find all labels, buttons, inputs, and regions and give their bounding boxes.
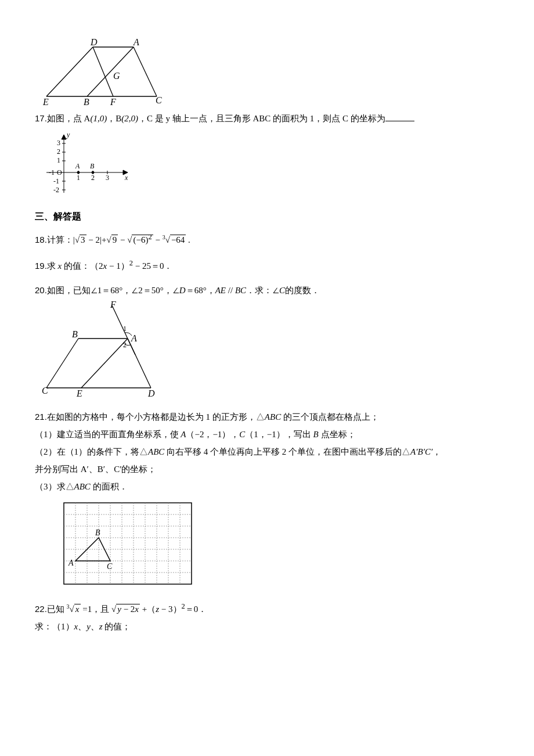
q22-text-a: 已知 xyxy=(47,604,67,614)
q22-num: 22. xyxy=(35,604,47,614)
svg-text:D: D xyxy=(90,38,98,47)
diagram-axes: y x O 1 2 3 1 2 3 -1 -1 -2 A B xyxy=(41,129,134,199)
svg-text:2: 2 xyxy=(57,147,60,156)
q21-sub1: （1）建立适当的平面直角坐标系，使 A（−2，−1），C（1，−1），写出 B … xyxy=(35,427,499,441)
q18-m3: − xyxy=(153,235,163,244)
svg-text:E: E xyxy=(42,97,49,107)
svg-text:G: G xyxy=(113,71,120,81)
svg-text:B: B xyxy=(72,329,78,339)
q22-text-b: =1，且 xyxy=(81,604,111,614)
q17-coord-a: (1,0) xyxy=(90,114,107,123)
svg-text:F: F xyxy=(110,301,116,309)
question-21: 21.在如图的方格中，每个小方格都是边长为 1 的正方形，△ABC 的三个顶点都… xyxy=(35,410,499,590)
q22-text-c: +（z − 3）2＝0． xyxy=(140,604,207,614)
q21-sub2-cont: 并分别写出 A′、B′、C′的坐标； xyxy=(35,462,499,476)
q21-sub3: （3）求△ABC 的面积． xyxy=(35,480,499,494)
svg-text:x: x xyxy=(124,174,128,182)
q18-prefix: 计算：| xyxy=(47,235,75,244)
section-3-title: 三、解答题 xyxy=(35,209,499,224)
question-22: 22.已知 3√x =1，且 √y − 2x +（z − 3）2＝0． 求：（1… xyxy=(35,600,499,633)
svg-text:A: A xyxy=(75,162,80,170)
svg-text:B: B xyxy=(90,162,95,170)
svg-text:y: y xyxy=(66,131,70,139)
svg-text:3: 3 xyxy=(106,174,109,182)
svg-line-45 xyxy=(81,339,128,388)
svg-text:-1: -1 xyxy=(49,168,55,177)
svg-text:-2: -2 xyxy=(53,186,59,194)
svg-line-3 xyxy=(134,47,157,96)
q17-coord-b: (2,0) xyxy=(121,114,138,123)
q17-text-b: ，B xyxy=(107,114,121,123)
q17-text-c: ，C 是 y 轴上一点，且三角形 ABC 的面积为 1，则点 C 的坐标为 xyxy=(138,114,385,123)
svg-text:2: 2 xyxy=(91,174,95,182)
q18-m1: − 2|+ xyxy=(86,235,107,244)
diagram-grid: A B C xyxy=(58,497,197,590)
svg-marker-16 xyxy=(62,135,66,139)
question-20: 20.如图，已知∠1＝68°，∠2＝50°，∠D＝68°，AE // BC．求：… xyxy=(35,283,499,399)
svg-text:A: A xyxy=(68,559,74,567)
q20-num: 20. xyxy=(35,285,47,295)
blank-fill[interactable] xyxy=(385,112,414,121)
svg-text:F: F xyxy=(110,97,116,107)
q22-sub1: 求：（1）x、y、z 的值； xyxy=(35,620,499,633)
svg-rect-55 xyxy=(64,503,192,584)
q18-period: . xyxy=(186,235,190,244)
diagram-q20: F B A C E D 1 2 xyxy=(41,301,168,399)
q21-num: 21. xyxy=(35,412,47,422)
q17-text-a: 如图，点 A xyxy=(47,114,91,123)
svg-text:1: 1 xyxy=(77,174,80,182)
q21-line1: 在如图的方格中，每个小方格都是边长为 1 的正方形，△ABC 的三个顶点都在格点… xyxy=(47,412,379,422)
svg-text:C: C xyxy=(156,95,162,105)
svg-text:E: E xyxy=(76,388,82,398)
svg-text:D: D xyxy=(147,388,155,398)
svg-text:1: 1 xyxy=(57,156,60,164)
svg-text:C: C xyxy=(42,386,48,395)
svg-text:B: B xyxy=(95,528,100,537)
svg-line-42 xyxy=(46,339,78,388)
svg-text:O: O xyxy=(57,168,62,177)
svg-line-1 xyxy=(46,47,93,96)
q17-num: 17. xyxy=(35,113,47,123)
svg-text:A: A xyxy=(133,38,139,47)
q21-sub2: （2）在（1）的条件下，将△ABC 向右平移 4 个单位再向上平移 2 个单位，… xyxy=(35,445,499,459)
question-19: 19.求 x 的值：（2x − 1）2 − 25＝0． xyxy=(35,257,499,273)
svg-text:A: A xyxy=(131,333,137,343)
svg-text:-1: -1 xyxy=(53,177,59,185)
question-17: 17.如图，点 A(1,0)，B(2,0)，C 是 y 轴上一点，且三角形 AB… xyxy=(35,111,499,199)
q19-num: 19. xyxy=(35,261,47,271)
svg-text:C: C xyxy=(107,562,113,571)
svg-text:B: B xyxy=(84,97,89,107)
svg-text:1: 1 xyxy=(123,325,127,333)
figure-q16: D A E B F C G xyxy=(35,38,499,108)
svg-text:3: 3 xyxy=(57,139,60,147)
diagram-trapezoid: D A E B F C G xyxy=(41,38,163,108)
q18-num: 18. xyxy=(35,235,47,244)
q20-text: 如图，已知∠1＝68°，∠2＝50°，∠D＝68°，AE // BC．求：∠C的… xyxy=(47,286,320,295)
question-18: 18.计算：|√3 − 2|+√9 − √(−6)2 − 3√−64 . xyxy=(35,231,499,247)
q18-m2: − xyxy=(118,235,127,244)
q19-text: 求 x 的值：（2x − 1）2 − 25＝0． xyxy=(47,261,173,271)
